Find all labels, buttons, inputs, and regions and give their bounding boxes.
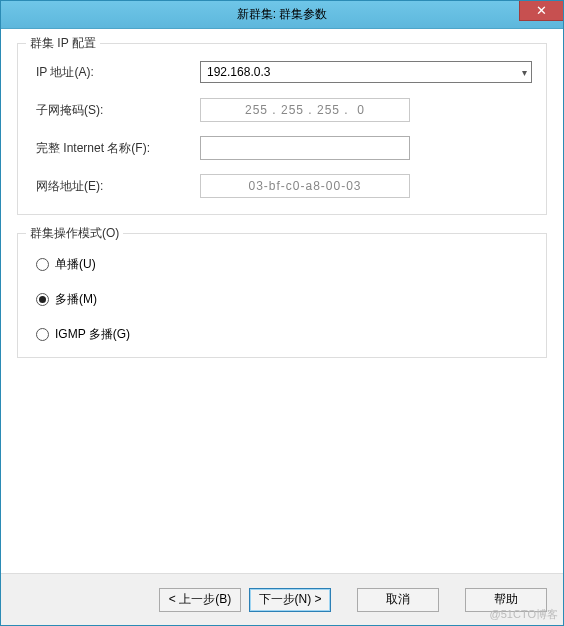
group-ip-config: 群集 IP 配置 IP 地址(A): 192.168.0.3 ▾ 子网掩码(S)…	[17, 43, 547, 215]
button-bar: < 上一步(B) 下一步(N) > 取消 帮助	[1, 573, 563, 625]
subnet-mask-field	[200, 98, 410, 122]
content-area: 群集 IP 配置 IP 地址(A): 192.168.0.3 ▾ 子网掩码(S)…	[1, 29, 563, 573]
label-subnet: 子网掩码(S):	[32, 102, 200, 119]
label-unicast: 单播(U)	[55, 256, 96, 273]
label-ip: IP 地址(A):	[32, 64, 200, 81]
fqdn-field[interactable]	[200, 136, 410, 160]
radio-multicast[interactable]	[36, 293, 49, 306]
label-mac: 网络地址(E):	[32, 178, 200, 195]
spacer	[17, 376, 547, 573]
close-button[interactable]: ✕	[519, 1, 563, 21]
ip-address-select[interactable]: 192.168.0.3 ▾	[200, 61, 532, 83]
chevron-down-icon: ▾	[522, 67, 527, 78]
radio-row-multicast[interactable]: 多播(M)	[36, 291, 532, 308]
back-button[interactable]: < 上一步(B)	[159, 588, 241, 612]
label-multicast: 多播(M)	[55, 291, 97, 308]
window-title: 新群集: 群集参数	[1, 6, 563, 23]
dialog-window: 新群集: 群集参数 ✕ 群集 IP 配置 IP 地址(A): 192.168.0…	[0, 0, 564, 626]
titlebar: 新群集: 群集参数 ✕	[1, 1, 563, 29]
help-button[interactable]: 帮助	[465, 588, 547, 612]
radio-row-igmp[interactable]: IGMP 多播(G)	[36, 326, 532, 343]
row-fqdn: 完整 Internet 名称(F):	[32, 136, 532, 160]
label-igmp: IGMP 多播(G)	[55, 326, 130, 343]
next-button[interactable]: 下一步(N) >	[249, 588, 331, 612]
cancel-button[interactable]: 取消	[357, 588, 439, 612]
row-mac: 网络地址(E):	[32, 174, 532, 198]
label-fqdn: 完整 Internet 名称(F):	[32, 140, 200, 157]
ip-address-value: 192.168.0.3	[207, 65, 270, 79]
radio-unicast[interactable]	[36, 258, 49, 271]
group-ip-legend: 群集 IP 配置	[26, 35, 100, 52]
radio-igmp[interactable]	[36, 328, 49, 341]
row-ip: IP 地址(A): 192.168.0.3 ▾	[32, 60, 532, 84]
row-subnet: 子网掩码(S):	[32, 98, 532, 122]
mac-address-field	[200, 174, 410, 198]
group-ops-legend: 群集操作模式(O)	[26, 225, 123, 242]
group-operation-mode: 群集操作模式(O) 单播(U) 多播(M) IGMP 多播(G)	[17, 233, 547, 358]
radio-row-unicast[interactable]: 单播(U)	[36, 256, 532, 273]
close-icon: ✕	[536, 3, 547, 18]
